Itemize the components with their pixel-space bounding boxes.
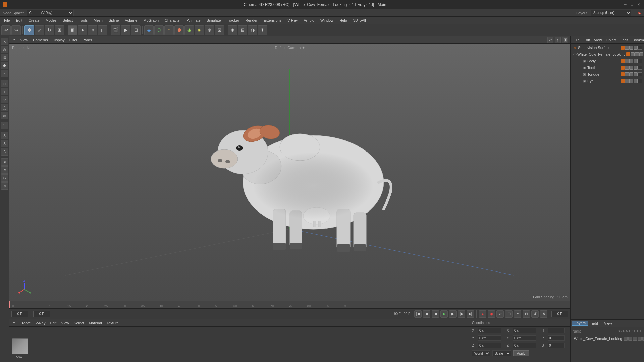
prev-key-btn[interactable]: ◀|: [423, 310, 430, 318]
obj-cow-null[interactable]: ◯ White_Cow_Female_Looking: [571, 51, 643, 58]
subdiv-dot-5[interactable]: [638, 46, 642, 50]
frame-display-input[interactable]: [551, 311, 568, 317]
plugin-btn-7[interactable]: ⊛: [205, 25, 214, 35]
tooth-dot-4[interactable]: [634, 66, 638, 70]
tongue-dot-1[interactable]: [621, 72, 625, 76]
menu-spline[interactable]: Spline: [106, 18, 122, 23]
menu-file[interactable]: File: [1, 18, 13, 23]
menu-help[interactable]: Help: [337, 18, 350, 23]
y-pos-input[interactable]: [478, 335, 501, 341]
obj-tongue[interactable]: ▣ Tongue: [571, 71, 643, 78]
h-input[interactable]: [548, 328, 565, 333]
menu-3dtoall[interactable]: 3DToAll: [351, 18, 369, 23]
minimize-button[interactable]: ─: [623, 2, 628, 7]
cow-dot-3[interactable]: [635, 52, 639, 56]
undo-btn[interactable]: ↩: [1, 25, 11, 35]
menu-render[interactable]: Render: [243, 18, 260, 23]
body-dot-4[interactable]: [634, 59, 638, 63]
next-frame-btn[interactable]: ▶: [449, 310, 457, 318]
mat-view-menu[interactable]: View: [59, 321, 71, 325]
cube-btn[interactable]: ◻: [1, 80, 8, 87]
plugin-btn-8[interactable]: ⊠: [215, 25, 224, 35]
z-size-input[interactable]: [513, 343, 536, 348]
vp-menu-icon[interactable]: ≡: [11, 38, 17, 42]
material-swatch[interactable]: [12, 338, 28, 354]
layer-ctrl-4[interactable]: [638, 337, 642, 341]
poly-mode-btn[interactable]: ◻: [98, 25, 107, 35]
edit-tab[interactable]: Edit: [589, 321, 601, 326]
mat-create-menu[interactable]: Create: [17, 321, 33, 325]
vp-menu-display[interactable]: Display: [51, 38, 67, 42]
layers-tab[interactable]: Layers: [572, 321, 588, 326]
vp-icon2[interactable]: ↕: [555, 37, 561, 43]
obj-subdivision-surface[interactable]: ◈ Subdivision Surface: [571, 44, 643, 51]
menu-mograph[interactable]: MoGraph: [141, 18, 161, 23]
menu-extensions[interactable]: Extensions: [261, 18, 284, 23]
plugin-btn-1[interactable]: ◈: [144, 25, 154, 35]
vp-menu-panel[interactable]: Panel: [80, 38, 94, 42]
motion-btn[interactable]: ⊞: [505, 310, 513, 318]
tooth-dot-1[interactable]: [621, 66, 625, 70]
mat-menu-icon[interactable]: ≡: [11, 321, 17, 325]
go-start-btn[interactable]: |◀: [414, 310, 422, 318]
vp-menu-cameras[interactable]: Cameras: [31, 38, 50, 42]
eye-dot-1[interactable]: [621, 79, 625, 83]
obj-tooth[interactable]: ▣ Tooth: [571, 64, 643, 71]
layer-ctrl-5[interactable]: [642, 337, 644, 341]
torus-btn[interactable]: ◯: [1, 104, 8, 111]
trans-icon1[interactable]: ↺: [531, 310, 539, 318]
mat-select-menu[interactable]: Select: [72, 321, 86, 325]
vp-menu-filter[interactable]: Filter: [67, 38, 79, 42]
mograph-btn[interactable]: S: [1, 148, 8, 156]
render-region-btn[interactable]: ⊡: [131, 25, 141, 35]
menu-tracker[interactable]: Tracker: [224, 18, 242, 23]
menu-create[interactable]: Create: [26, 18, 42, 23]
om-view-menu[interactable]: View: [592, 38, 604, 42]
knife-btn[interactable]: ✂: [1, 174, 8, 182]
eye-dot-5[interactable]: [638, 79, 642, 83]
obj-body[interactable]: ▣ Body: [571, 58, 643, 64]
cow-dot-2[interactable]: [631, 52, 635, 56]
tooth-dot-5[interactable]: [638, 66, 642, 70]
free-select-btn[interactable]: ~: [1, 70, 8, 77]
plane-btn[interactable]: ▭: [1, 112, 8, 119]
coord-system-dropdown[interactable]: World Object: [472, 350, 490, 356]
redo-btn[interactable]: ↪: [11, 25, 21, 35]
rect-select-btn[interactable]: ⊡: [1, 54, 8, 61]
mat-material-menu[interactable]: Material: [87, 321, 104, 325]
menu-modes[interactable]: Modes: [43, 18, 59, 23]
paint-btn[interactable]: ⊘: [1, 158, 8, 166]
layer-row-cow[interactable]: White_Cow_Female_Looking: [572, 335, 643, 342]
nodespace-dropdown[interactable]: Current (V-Ray): [27, 10, 74, 16]
cow-dot-4[interactable]: [639, 52, 643, 56]
om-bookmark-menu[interactable]: Bookmark: [631, 38, 644, 42]
body-dot-2[interactable]: [625, 59, 629, 63]
mat-edit-menu[interactable]: Edit: [48, 321, 58, 325]
plugin-btn-5[interactable]: ◉: [184, 25, 194, 35]
live-select-btn[interactable]: ◎: [1, 46, 8, 53]
menu-animate[interactable]: Animate: [184, 18, 203, 23]
cow-dot-1[interactable]: [626, 52, 630, 56]
key-btn[interactable]: ⊕: [496, 310, 504, 318]
tongue-dot-3[interactable]: [629, 72, 633, 76]
tongue-dot-5[interactable]: [638, 72, 642, 76]
window-controls[interactable]: ─ □ ✕: [623, 2, 641, 7]
autokey-btn[interactable]: ◉: [488, 310, 495, 318]
rotate-tool-btn[interactable]: ↻: [45, 25, 54, 35]
viewport-3d[interactable]: Perspective Default Camera ✦ Grid Spacin…: [9, 44, 570, 301]
grid-btn[interactable]: ⊞: [238, 25, 247, 35]
playhead[interactable]: [9, 301, 10, 308]
tongue-dot-2[interactable]: [625, 72, 629, 76]
x-pos-input[interactable]: [478, 328, 501, 333]
body-dot-3[interactable]: [629, 59, 633, 63]
deformer-btn[interactable]: S: [1, 132, 8, 139]
om-object-menu[interactable]: Object: [604, 38, 618, 42]
snap-btn[interactable]: ⊕: [228, 25, 237, 35]
menu-volume[interactable]: Volume: [122, 18, 140, 23]
y-size-input[interactable]: [513, 335, 536, 341]
plugin-btn-6[interactable]: ◈: [195, 25, 204, 35]
menu-mesh[interactable]: Mesh: [91, 18, 105, 23]
subdiv-dot-1[interactable]: [621, 46, 625, 50]
light-btn[interactable]: ☀: [258, 25, 267, 35]
play-btn[interactable]: ▶: [440, 310, 448, 318]
